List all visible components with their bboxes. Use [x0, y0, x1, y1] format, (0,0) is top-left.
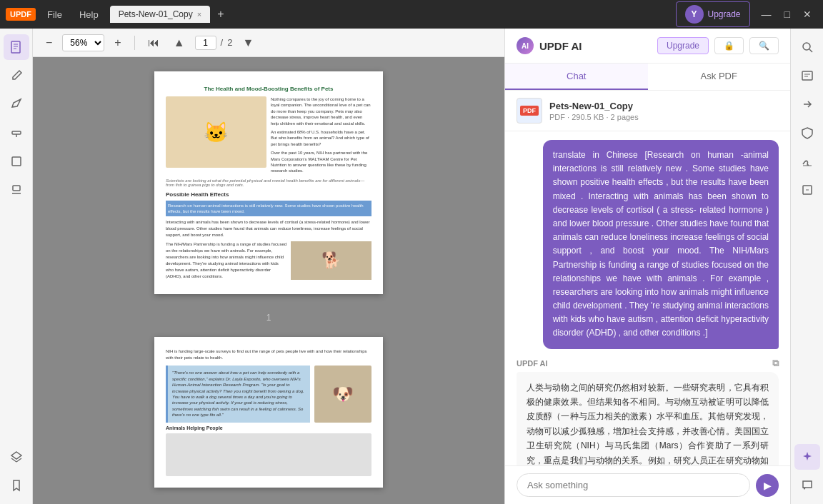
ai-message-label: UPDF AI ⧉	[517, 358, 779, 369]
page2-quote: "There's no one answer about how a pet c…	[166, 366, 310, 422]
chat-messages[interactable]: translate in Chinese [Research on human …	[505, 131, 790, 465]
ai-search-btn[interactable]: 🔍	[749, 37, 779, 54]
titlebar: UPDF File Help Pets-New-01_Copy × + Y Up…	[0, 0, 823, 29]
ai-title-text: UPDF AI	[539, 40, 582, 52]
zoom-out-btn[interactable]: −	[41, 34, 56, 52]
file-menu[interactable]: File	[41, 6, 68, 23]
page1-cat-image: 🐱	[166, 96, 266, 168]
file-name: Pets-New-01_Copy	[549, 101, 779, 111]
ai-panel: AI UPDF AI Upgrade 🔒 🔍 Chat Ask PDF PDF …	[504, 29, 790, 504]
pdf-toolbar: − 56% + ⏮ ▲ / 2 ▼	[33, 29, 504, 57]
page1-highlight: Research on human-animal interactions is…	[166, 201, 371, 217]
zoom-in-btn[interactable]: +	[110, 34, 125, 52]
right-sidebar	[790, 29, 823, 504]
ai-message-1: 人类与动物之间的研究仍然相对较新。一些研究表明，它具有积极的健康效果。但结果知各…	[517, 372, 779, 465]
ai-title: AI UPDF AI	[517, 37, 582, 54]
pdf-viewer: − 56% + ⏮ ▲ / 2 ▼ The Health and Mood-Bo…	[33, 29, 504, 504]
left-sidebar	[0, 29, 33, 504]
minimize-btn[interactable]: —	[756, 6, 777, 23]
ai-header: AI UPDF AI Upgrade 🔒 🔍	[505, 29, 790, 64]
ai-upgrade-btn[interactable]: Upgrade	[657, 37, 709, 54]
ai-logo-icon: AI	[517, 37, 534, 54]
file-meta: PDF · 290.5 KB · 2 pages	[549, 113, 779, 121]
page-prev-btn[interactable]: ▲	[169, 34, 189, 52]
svg-line-13	[809, 49, 812, 52]
page-navigation: / 2	[195, 36, 233, 50]
page2-bottom-image	[166, 433, 371, 476]
page1-para-effects: Interacting with animals has been shown …	[166, 219, 371, 238]
chat-input-area: ▶	[505, 465, 790, 504]
page2-dog-hat-image: 🐶	[314, 366, 371, 422]
close-btn[interactable]: ✕	[797, 6, 817, 23]
maximize-btn[interactable]: □	[779, 6, 796, 23]
send-button[interactable]: ▶	[756, 474, 779, 497]
sidebar-item-annotate[interactable]	[4, 91, 29, 117]
tab-title: Pets-New-01_Copy	[119, 9, 193, 19]
page-separator: /	[221, 37, 224, 48]
svg-rect-4	[12, 131, 21, 134]
ai-lock-btn[interactable]: 🔒	[714, 37, 744, 54]
page2-subtitle: Animals Helping People	[166, 425, 371, 430]
zoom-select[interactable]: 56%	[62, 34, 104, 51]
upgrade-label: Upgrade	[708, 9, 741, 19]
right-sidebar-ocr[interactable]	[794, 63, 820, 89]
chat-input[interactable]	[517, 473, 750, 497]
svg-rect-0	[11, 41, 20, 53]
sidebar-item-highlight[interactable]	[4, 120, 29, 146]
svg-point-12	[803, 43, 810, 50]
ai-label-text: UPDF AI	[517, 359, 548, 368]
main-layout: − 56% + ⏮ ▲ / 2 ▼ The Health and Mood-Bo…	[0, 29, 823, 504]
svg-rect-7	[13, 186, 20, 191]
page-input[interactable]	[195, 36, 216, 50]
svg-rect-14	[802, 71, 812, 80]
right-sidebar-sign[interactable]	[794, 148, 820, 174]
page2-survey: NIH is funding large-scale surveys to fi…	[166, 348, 371, 361]
upgrade-button[interactable]: Y Upgrade	[676, 1, 750, 27]
right-sidebar-protect[interactable]	[794, 120, 820, 146]
pdf-content[interactable]: The Health and Mood-Boosting Benefits of…	[33, 57, 504, 504]
toolbar-separator	[134, 36, 135, 50]
page1-dog-image: 🐕	[291, 241, 371, 280]
sidebar-item-shape[interactable]	[4, 148, 29, 174]
file-type-icon: PDF	[517, 98, 542, 124]
sidebar-item-edit[interactable]	[4, 63, 29, 89]
user-message-1: translate in Chinese [Research on human …	[543, 140, 779, 349]
copy-icon[interactable]: ⧉	[772, 358, 779, 369]
page1-text-right: Nothing compares to the joy of coming ho…	[271, 96, 371, 174]
ai-tabs: Chat Ask PDF	[505, 64, 790, 91]
tab-close-btn[interactable]: ×	[197, 10, 201, 19]
right-sidebar-convert[interactable]	[794, 91, 820, 117]
window-controls: — □ ✕	[756, 6, 817, 23]
ai-message-1-container: UPDF AI ⧉ 人类与动物之间的研究仍然相对较新。一些研究表明，它具有积极的…	[517, 358, 779, 465]
pdf-page-2: NIH is funding large-scale surveys to fi…	[154, 337, 383, 487]
page1-title: The Health and Mood-Boosting Benefits of…	[166, 83, 371, 96]
right-sidebar-chat[interactable]	[794, 473, 820, 498]
sidebar-item-bookmark[interactable]	[4, 473, 29, 498]
pdf-page-1: The Health and Mood-Boosting Benefits of…	[154, 71, 383, 294]
page1-number: 1	[266, 313, 271, 323]
svg-rect-6	[12, 157, 21, 166]
tab-chat[interactable]: Chat	[505, 64, 648, 90]
right-sidebar-search[interactable]	[794, 34, 820, 60]
page1-caption: Scientists are looking at what the poten…	[166, 178, 371, 187]
ai-header-actions: Upgrade 🔒 🔍	[657, 37, 779, 54]
page-total: 2	[227, 37, 232, 48]
page-first-btn[interactable]: ⏮	[144, 34, 164, 52]
page-next-btn[interactable]: ▼	[238, 34, 258, 52]
help-menu[interactable]: Help	[74, 6, 104, 23]
sidebar-item-stamp[interactable]	[4, 177, 29, 203]
file-info: PDF Pets-New-01_Copy PDF · 290.5 KB · 2 …	[505, 91, 790, 131]
user-avatar: Y	[685, 5, 704, 24]
new-tab-btn[interactable]: +	[213, 6, 228, 22]
sidebar-item-layers[interactable]	[4, 444, 29, 470]
page1-para-nih: The NIH/Mars Partnership is funding a ra…	[166, 241, 286, 280]
tab-ask-pdf[interactable]: Ask PDF	[648, 64, 791, 90]
svg-marker-9	[11, 452, 21, 459]
updf-logo: UPDF	[6, 8, 36, 21]
right-sidebar-compress[interactable]	[794, 177, 820, 203]
right-sidebar-ai[interactable]	[794, 444, 820, 470]
page1-section: Possible Health Effects	[166, 191, 371, 198]
file-details: Pets-New-01_Copy PDF · 290.5 KB · 2 page…	[549, 101, 779, 121]
active-tab[interactable]: Pets-New-01_Copy ×	[110, 6, 210, 23]
sidebar-item-document[interactable]	[4, 34, 29, 60]
